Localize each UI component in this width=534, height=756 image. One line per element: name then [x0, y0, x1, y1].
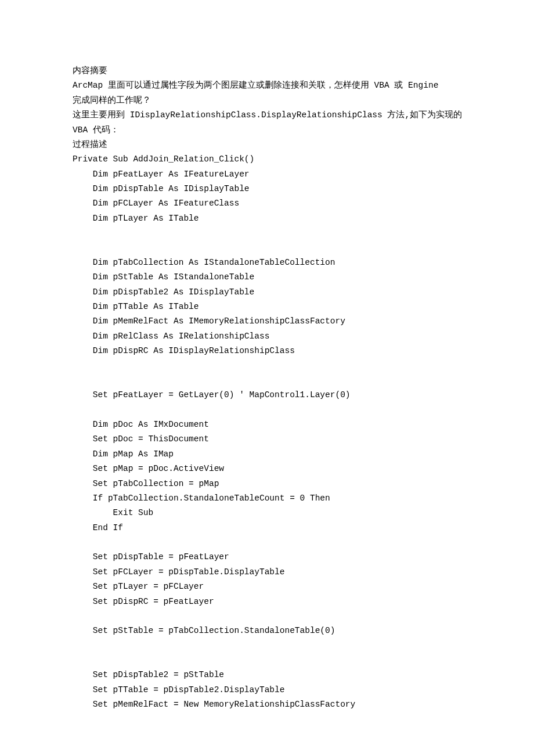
code-line: Set pMemRelFact = New MemoryRelationship…: [73, 697, 461, 712]
code-line: Set pDispRC = pFeatLayer: [73, 595, 461, 609]
code-line: Dim pDispTable As IDisplayTable: [73, 182, 461, 196]
code-line: Set pTabCollection = pMap: [73, 477, 461, 491]
code-line: 内容摘要: [73, 64, 461, 78]
code-line: Dim pFCLayer As IFeatureClass: [73, 196, 461, 211]
code-line: Dim pRelClass As IRelationshipClass: [73, 329, 461, 344]
code-line: Dim pTTable As ITable: [73, 300, 461, 314]
code-line: Dim pDispTable2 As IDisplayTable: [73, 285, 461, 300]
code-line: Dim pStTable As IStandaloneTable: [73, 270, 461, 285]
code-line: Dim pFeatLayer As IFeatureLayer: [73, 167, 461, 182]
code-line: Dim pTLayer As ITable: [73, 211, 461, 226]
blank-line: [73, 373, 461, 388]
code-line: Private Sub AddJoin_Relation_Click(): [73, 152, 461, 167]
code-line: Set pStTable = pTabCollection.Standalone…: [73, 624, 461, 638]
code-line: Dim pMemRelFact As IMemoryRelationshipCl…: [73, 314, 461, 329]
code-line: ArcMap 里面可以通过属性字段为两个图层建立或删除连接和关联，怎样使用 VB…: [73, 78, 461, 93]
blank-line: [73, 639, 461, 653]
code-line: Exit Sub: [73, 506, 461, 520]
code-line: Set pDoc = ThisDocument: [73, 432, 461, 447]
code-line: 这里主要用到 IDisplayRelationshipClass.Display…: [73, 108, 461, 123]
code-line: Dim pDispRC As IDisplayRelationshipClass: [73, 344, 461, 358]
code-line: Dim pMap As IMap: [73, 447, 461, 462]
code-content: 内容摘要ArcMap 里面可以通过属性字段为两个图层建立或删除连接和关联，怎样使…: [73, 64, 461, 712]
blank-line: [73, 653, 461, 668]
code-line: Set pTTable = pDispTable2.DisplayTable: [73, 683, 461, 697]
code-line: Set pMap = pDoc.ActiveView: [73, 462, 461, 476]
code-line: Dim pTabCollection As IStandaloneTableCo…: [73, 255, 461, 270]
document-page: 内容摘要ArcMap 里面可以通过属性字段为两个图层建立或删除连接和关联，怎样使…: [0, 0, 534, 756]
blank-line: [73, 359, 461, 373]
blank-line: [73, 403, 461, 417]
code-line: 完成同样的工作呢？: [73, 93, 461, 108]
code-line: Set pFeatLayer = GetLayer(0) ' MapContro…: [73, 388, 461, 402]
blank-line: [73, 535, 461, 550]
code-line: Set pTLayer = pFCLayer: [73, 579, 461, 594]
code-line: Dim pDoc As IMxDocument: [73, 417, 461, 432]
code-line: Set pDispTable = pFeatLayer: [73, 550, 461, 564]
code-line: End If: [73, 521, 461, 535]
code-line: Set pFCLayer = pDispTable.DisplayTable: [73, 565, 461, 579]
code-line: Set pDispTable2 = pStTable: [73, 668, 461, 682]
blank-line: [73, 609, 461, 624]
blank-line: [73, 226, 461, 240]
code-line: 过程描述: [73, 138, 461, 152]
blank-line: [73, 241, 461, 255]
code-line: VBA 代码：: [73, 123, 461, 138]
code-line: If pTabCollection.StandaloneTableCount =…: [73, 491, 461, 506]
